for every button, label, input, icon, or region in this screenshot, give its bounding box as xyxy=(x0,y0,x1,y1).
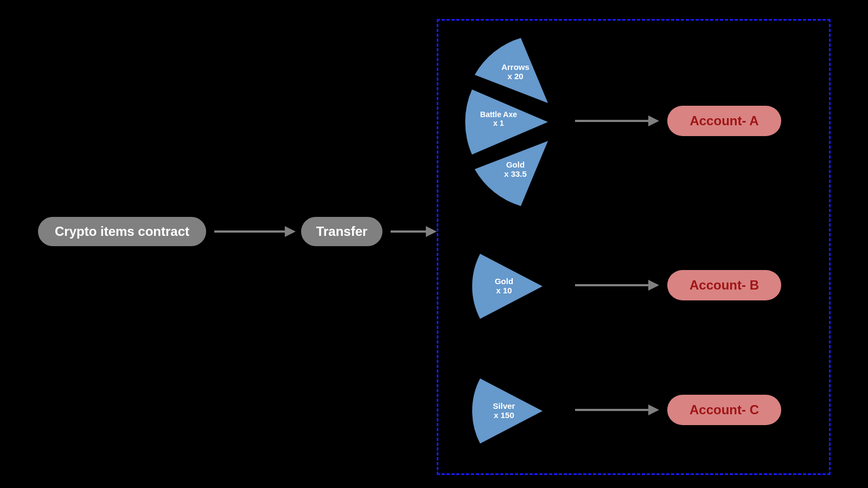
wedge-gold-a-qty: x 33.5 xyxy=(504,169,527,178)
diagram-canvas: Crypto items contract Transfer Account- … xyxy=(0,0,868,488)
wedge-silver: Silver x 150 xyxy=(472,378,542,444)
wedge-silver-name: Silver xyxy=(493,401,515,410)
wedge-battleaxe-name: Battle Axe xyxy=(480,110,517,119)
wedge-gold-a-name: Gold xyxy=(506,160,525,169)
wedge-gold-a: Gold x 33.5 xyxy=(472,141,553,206)
transfer-label: Transfer xyxy=(316,224,368,239)
wedge-silver-qty: x 150 xyxy=(494,410,514,420)
account-b-label: Account- B xyxy=(690,278,759,293)
wedge-battleaxe-qty: x 1 xyxy=(493,119,503,127)
account-a-node: Account- A xyxy=(667,106,781,136)
account-b-node: Account- B xyxy=(667,270,781,300)
wedge-gold-b-qty: x 10 xyxy=(496,286,512,295)
svg-marker-1 xyxy=(285,226,296,237)
contract-node: Crypto items contract xyxy=(38,217,206,246)
svg-marker-3 xyxy=(426,226,437,237)
wedge-arrows-qty: x 20 xyxy=(507,72,523,81)
wedge-gold-b: Gold x 10 xyxy=(472,254,542,319)
account-c-node: Account- C xyxy=(667,395,781,425)
wedge-gold-b-name: Gold xyxy=(495,277,513,286)
account-a-label: Account- A xyxy=(690,113,758,129)
account-c-label: Account- C xyxy=(690,402,759,418)
transfer-node: Transfer xyxy=(301,217,382,246)
wedge-arrows-name: Arrows xyxy=(501,62,529,72)
contract-label: Crypto items contract xyxy=(55,224,189,239)
